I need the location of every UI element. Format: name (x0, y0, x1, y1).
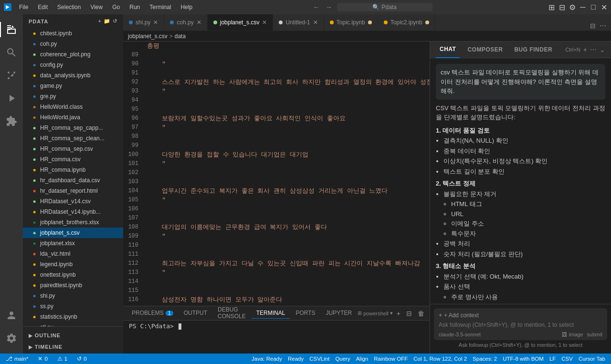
file-item[interactable]: ●jobplanet.xlsx (23, 238, 123, 249)
editor-tab[interactable]: jobplanet_s.csv✕ (208, 14, 274, 31)
file-item[interactable]: ●HR_comma_sep_clean... (23, 133, 123, 144)
activity-settings[interactable] (0, 327, 23, 350)
file-item[interactable]: ●HR_comma_sep_capp... (23, 123, 123, 133)
file-item[interactable]: ●statistics.ipynb (23, 312, 123, 322)
file-item[interactable]: ●HR_comma.csv (23, 154, 123, 165)
chat-input-area[interactable]: + + Add context claude-3.5-sonnet 🖼 (434, 308, 607, 340)
activity-search[interactable] (0, 41, 23, 64)
menu-terminal[interactable]: Terminal (146, 3, 175, 11)
settings-icon[interactable]: ⚙ (569, 4, 576, 10)
terminal-content[interactable]: PS C:\Pdata> (123, 321, 430, 354)
chat-tab-chat[interactable]: CHAT (436, 42, 460, 58)
menu-selection[interactable]: Selection (53, 3, 84, 11)
activity-git[interactable] (0, 64, 23, 87)
status-query[interactable]: Query (333, 354, 352, 364)
status-indent[interactable]: Cursor Tab (577, 354, 607, 364)
search-bar[interactable]: 🔍 Pdata (337, 3, 432, 11)
terminal-dropdown-icon[interactable]: ▾ (390, 310, 393, 316)
status-branch[interactable]: ⎇ main* (4, 354, 30, 364)
close-button[interactable]: ✕ (600, 4, 607, 10)
status-warnings[interactable]: ⚠ 1 (55, 354, 69, 364)
tab-close-icon[interactable]: ✕ (313, 19, 318, 26)
panel-tab-ports[interactable]: PORTS (291, 308, 320, 319)
breadcrumb-item-1[interactable]: jobplanet_s.csv (128, 33, 168, 40)
editor-tab[interactable]: Topic2.ipynb (378, 14, 435, 31)
file-item[interactable]: ●ss.py (23, 301, 123, 312)
tab-close-icon[interactable]: ✕ (153, 19, 158, 26)
file-item[interactable]: ●hr_dashboard_data.csv (23, 175, 123, 186)
panel-tab-output[interactable]: OUTPUT (179, 308, 212, 319)
file-item[interactable]: ●shi.py (23, 291, 123, 301)
chat-more-icon[interactable]: ⋯ (590, 46, 597, 53)
file-item[interactable]: ●config.py (23, 60, 123, 70)
chat-add-icon[interactable]: + (583, 46, 587, 53)
file-item[interactable]: ●HR_comma_sep.csv (23, 144, 123, 154)
minimize-button[interactable]: ─ (579, 4, 586, 10)
status-java[interactable]: Java: Ready (250, 354, 284, 364)
file-item[interactable]: ●stl.py (23, 322, 123, 326)
panel-tab-terminal[interactable]: TERMINAL (252, 308, 290, 319)
status-eol[interactable]: LF (548, 354, 558, 364)
editor-tab[interactable]: coh.py✕ (164, 14, 207, 31)
status-spaces[interactable]: Spaces: 2 (471, 354, 499, 364)
add-context-button[interactable]: + + Add context (439, 311, 602, 320)
new-folder-icon[interactable]: 📁 (104, 18, 111, 24)
forward-button[interactable]: → (325, 2, 333, 12)
file-item[interactable]: ●hr_dataset_report.html (23, 186, 123, 196)
menu-file[interactable]: File (15, 3, 32, 11)
terminal-title[interactable]: ⊞ powershell ▾ (358, 310, 393, 316)
timeline-section[interactable]: ▶ TIMELINE (23, 340, 123, 352)
file-item[interactable]: ●jobplanet_s.csv (23, 228, 123, 238)
file-item[interactable]: ●coh.py (23, 39, 123, 49)
status-language[interactable]: CSV (559, 354, 575, 364)
file-item[interactable]: ●HelloWorld.java (23, 112, 123, 123)
split-terminal-icon[interactable]: ⊟ (404, 309, 414, 318)
status-position[interactable]: Col 1, Row 122, Col 2 (411, 354, 469, 364)
activity-account[interactable] (0, 304, 23, 327)
file-item[interactable]: ●pairedttest.ipynb (23, 280, 123, 291)
editor-tab[interactable]: Topic.ipynb (324, 14, 378, 31)
tabs-more-icon[interactable]: ⋯ (599, 21, 607, 31)
activity-run[interactable] (0, 87, 23, 110)
file-item[interactable]: ●lda_viz.html (23, 249, 123, 259)
editor-tab[interactable]: Untitled-1✕ (273, 14, 324, 31)
add-terminal-icon[interactable]: + (395, 309, 402, 318)
file-item[interactable]: ●HR_comma.ipynb (23, 165, 123, 175)
activity-extensions[interactable] (0, 110, 23, 133)
tab-close-icon[interactable]: ✕ (262, 19, 267, 26)
editor-tab[interactable]: shi.py✕ (123, 14, 164, 31)
panel-tab-jupyter[interactable]: JUPYTER (321, 308, 357, 319)
breadcrumb-item-2[interactable]: data (175, 33, 186, 40)
tab-close-icon[interactable]: ✕ (197, 19, 201, 26)
code-content[interactable]: 총평 " 스스로 지가발전 하는 사람에게는 최고의 회사 하지만 합리성과 열… (142, 42, 430, 306)
activity-explorer[interactable] (0, 18, 23, 41)
file-item[interactable]: ●HelloWorld.class (23, 102, 123, 112)
file-item[interactable]: ●gre.py (23, 91, 123, 102)
trash-icon[interactable]: 🗑 (416, 309, 426, 318)
file-item[interactable]: ●onettest.ipynb (23, 270, 123, 280)
layout-icon[interactable]: ⊞ (548, 4, 555, 10)
panel-tab-problems[interactable]: PROBLEMS1 (127, 308, 178, 319)
status-errors[interactable]: ✕ 0 (36, 354, 49, 364)
chat-minimize-icon[interactable]: ⌄ (600, 46, 605, 53)
status-csvlint[interactable]: CSVLint (307, 354, 331, 364)
file-item[interactable]: ●coherence_plot.png (23, 49, 123, 60)
split-icon[interactable]: ⊟ (558, 4, 565, 10)
file-item[interactable]: ●chitest.ipynb (23, 28, 123, 39)
menu-view[interactable]: View (86, 3, 106, 11)
chat-tab-composer[interactable]: COMPOSER (464, 42, 506, 58)
file-item[interactable]: ●legend.ipynb (23, 259, 123, 270)
image-button[interactable]: 🖼 image (562, 332, 583, 337)
file-item[interactable]: ●HRDataset_v14.csv (23, 196, 123, 207)
status-rainbow[interactable]: Rainbow OFF (372, 354, 410, 364)
menu-edit[interactable]: Edit (34, 3, 52, 11)
outline-section[interactable]: ▶ OUTLINE (23, 329, 123, 340)
split-editor-icon[interactable]: ⊟ (589, 21, 597, 31)
maximize-button[interactable]: □ (590, 4, 597, 10)
status-encoding[interactable]: UTF-8 with BOM (501, 354, 546, 364)
submit-button[interactable]: submit (587, 332, 602, 337)
chat-input[interactable] (439, 322, 602, 328)
chat-tab-bug-finder[interactable]: BUG FINDER (510, 42, 556, 58)
file-item[interactable]: ●HRDataset_v14.ipynb... (23, 207, 123, 217)
status-align[interactable]: Align (354, 354, 370, 364)
